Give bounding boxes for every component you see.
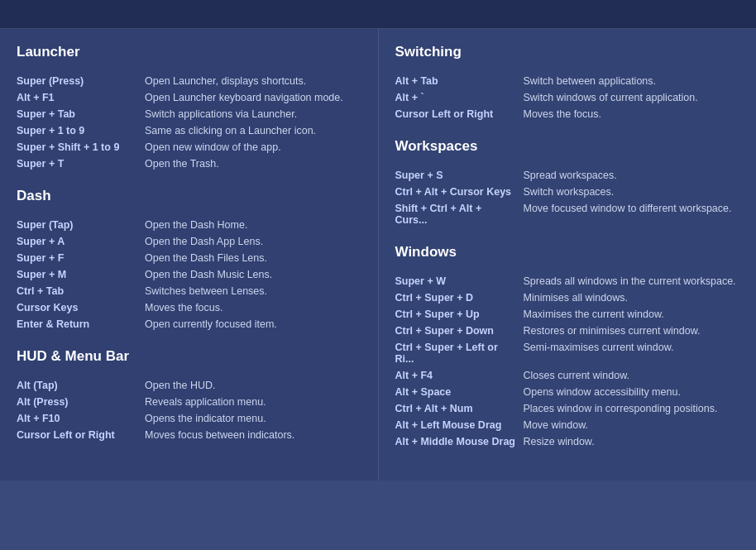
- left-column: LauncherSuper (Press)Open Launcher, disp…: [0, 29, 379, 481]
- shortcut-key: Enter & Return: [17, 318, 145, 330]
- shortcut-key: Alt (Tap): [17, 380, 145, 391]
- shortcut-row: Alt + Middle Mouse DragResize window.: [395, 436, 740, 447]
- shortcut-desc: Switches between Lenses.: [145, 285, 361, 297]
- section-title-hud-menu-bar: HUD & Menu Bar: [17, 348, 361, 368]
- header: [0, 0, 756, 29]
- shortcut-key: Shift + Ctrl + Alt + Curs...: [395, 203, 524, 226]
- section-windows: WindowsSuper + WSpreads all windows in t…: [395, 244, 740, 447]
- shortcut-desc: Moves focus between indicators.: [145, 429, 361, 441]
- shortcut-row: Alt + F4Closes current window.: [395, 370, 740, 381]
- shortcut-desc: Switch between applications.: [524, 75, 740, 87]
- shortcut-key: Ctrl + Super + D: [395, 292, 524, 304]
- shortcut-row: Ctrl + Super + Left or Ri...Semi-maximis…: [395, 342, 740, 365]
- shortcut-key: Super + Shift + 1 to 9: [17, 141, 145, 153]
- shortcut-key: Alt + F10: [17, 413, 145, 424]
- shortcut-row: Ctrl + Alt + Cursor KeysSwitch workspace…: [395, 186, 740, 198]
- shortcut-row: Alt (Press)Reveals application menu.: [17, 396, 361, 408]
- shortcut-row: Ctrl + TabSwitches between Lenses.: [17, 285, 361, 297]
- shortcut-row: Alt + F10Opens the indicator menu.: [17, 413, 361, 424]
- shortcut-desc: Open the Dash App Lens.: [145, 236, 361, 247]
- shortcut-row: Ctrl + Super + DownRestores or minimises…: [395, 325, 740, 337]
- shortcut-desc: Switch workspaces.: [524, 186, 740, 198]
- shortcut-row: Super + WSpreads all windows in the curr…: [395, 275, 740, 287]
- shortcut-key: Super + W: [395, 275, 524, 287]
- shortcut-row: Ctrl + Super + DMinimises all windows.: [395, 292, 740, 304]
- shortcut-row: Cursor Left or RightMoves the focus.: [395, 108, 740, 120]
- shortcut-row: Super + TOpen the Trash.: [17, 158, 361, 170]
- shortcut-key: Cursor Keys: [17, 302, 145, 313]
- shortcut-desc: Open Launcher keyboard navigation mode.: [145, 92, 361, 103]
- shortcut-desc: Moves the focus.: [524, 108, 740, 120]
- shortcut-desc: Moves the focus.: [145, 302, 361, 313]
- shortcut-desc: Opens the indicator menu.: [145, 413, 361, 424]
- shortcut-row: Ctrl + Alt + NumPlaces window in corresp…: [395, 403, 740, 414]
- shortcut-key: Super (Press): [17, 75, 145, 87]
- shortcut-key: Cursor Left or Right: [395, 108, 524, 120]
- shortcut-row: Ctrl + Super + UpMaximises the current w…: [395, 308, 740, 320]
- shortcut-desc: Closes current window.: [524, 370, 740, 381]
- shortcut-desc: Semi-maximises current window.: [524, 342, 740, 353]
- shortcut-key: Alt + Left Mouse Drag: [395, 419, 524, 431]
- section-hud-menu-bar: HUD & Menu BarAlt (Tap)Open the HUD.Alt …: [17, 348, 361, 441]
- section-title-launcher: Launcher: [17, 44, 361, 64]
- shortcut-key: Cursor Left or Right: [17, 429, 145, 441]
- shortcut-key: Super + T: [17, 158, 145, 170]
- shortcut-desc: Move focused window to different workspa…: [524, 203, 740, 214]
- section-launcher: LauncherSuper (Press)Open Launcher, disp…: [17, 44, 361, 170]
- shortcut-key: Ctrl + Super + Down: [395, 325, 524, 337]
- shortcut-key: Ctrl + Super + Left or Ri...: [395, 342, 524, 365]
- shortcut-row: Alt (Tap)Open the HUD.: [17, 380, 361, 391]
- shortcut-desc: Maximises the current window.: [524, 308, 740, 320]
- shortcut-key: Super + S: [395, 170, 524, 181]
- shortcut-key: Ctrl + Super + Up: [395, 308, 524, 320]
- section-workspaces: WorkspacesSuper + SSpread workspaces.Ctr…: [395, 138, 740, 226]
- shortcut-key: Super + M: [17, 269, 145, 280]
- shortcut-desc: Open new window of the app.: [145, 141, 361, 153]
- section-switching: SwitchingAlt + TabSwitch between applica…: [395, 44, 740, 120]
- shortcut-key: Alt + F1: [17, 92, 145, 103]
- shortcut-row: Shift + Ctrl + Alt + Curs...Move focused…: [395, 203, 740, 226]
- shortcut-key: Super + A: [17, 236, 145, 247]
- shortcut-row: Super + AOpen the Dash App Lens.: [17, 236, 361, 247]
- shortcut-row: Alt + `Switch windows of current applica…: [395, 92, 740, 103]
- shortcut-desc: Minimises all windows.: [524, 292, 740, 304]
- shortcut-key: Ctrl + Alt + Num: [395, 403, 524, 414]
- shortcut-desc: Spreads all windows in the current works…: [524, 275, 740, 287]
- shortcut-desc: Places window in corresponding positions…: [524, 403, 740, 414]
- shortcut-row: Super (Tap)Open the Dash Home.: [17, 219, 361, 231]
- shortcut-key: Alt + Middle Mouse Drag: [395, 436, 524, 447]
- shortcut-row: Super + Shift + 1 to 9Open new window of…: [17, 141, 361, 153]
- shortcut-key: Super + 1 to 9: [17, 125, 145, 136]
- section-title-workspaces: Workspaces: [395, 138, 740, 158]
- shortcut-row: Super + TabSwitch applications via Launc…: [17, 108, 361, 120]
- shortcut-key: Alt (Press): [17, 396, 145, 408]
- shortcut-row: Super (Press)Open Launcher, displays sho…: [17, 75, 361, 87]
- shortcut-row: Alt + Left Mouse DragMove window.: [395, 419, 740, 431]
- section-title-switching: Switching: [395, 44, 740, 64]
- section-title-windows: Windows: [395, 244, 740, 264]
- shortcut-desc: Open the Dash Home.: [145, 219, 361, 231]
- shortcut-key: Super + F: [17, 252, 145, 264]
- shortcut-key: Ctrl + Alt + Cursor Keys: [395, 186, 524, 198]
- shortcut-desc: Switch windows of current application.: [524, 92, 740, 103]
- shortcut-key: Alt + `: [395, 92, 524, 103]
- shortcut-key: Ctrl + Tab: [17, 285, 145, 297]
- shortcut-desc: Switch applications via Launcher.: [145, 108, 361, 120]
- shortcut-desc: Restores or minimises current window.: [524, 325, 740, 337]
- shortcut-desc: Open the Trash.: [145, 158, 361, 170]
- shortcut-desc: Open the Dash Music Lens.: [145, 269, 361, 280]
- shortcut-desc: Spread workspaces.: [524, 170, 740, 181]
- shortcut-desc: Opens window accessibility menu.: [524, 386, 740, 398]
- shortcut-key: Alt + Space: [395, 386, 524, 398]
- shortcut-row: Enter & ReturnOpen currently focused ite…: [17, 318, 361, 330]
- shortcut-row: Alt + F1Open Launcher keyboard navigatio…: [17, 92, 361, 103]
- shortcut-desc: Same as clicking on a Launcher icon.: [145, 125, 361, 136]
- shortcut-row: Super + 1 to 9Same as clicking on a Laun…: [17, 125, 361, 136]
- shortcut-row: Super + MOpen the Dash Music Lens.: [17, 269, 361, 280]
- shortcut-row: Alt + SpaceOpens window accessibility me…: [395, 386, 740, 398]
- shortcut-row: Super + SSpread workspaces.: [395, 170, 740, 181]
- shortcut-desc: Open the Dash Files Lens.: [145, 252, 361, 264]
- shortcut-desc: Open the HUD.: [145, 380, 361, 391]
- right-column: SwitchingAlt + TabSwitch between applica…: [379, 29, 757, 481]
- shortcut-row: Cursor KeysMoves the focus.: [17, 302, 361, 313]
